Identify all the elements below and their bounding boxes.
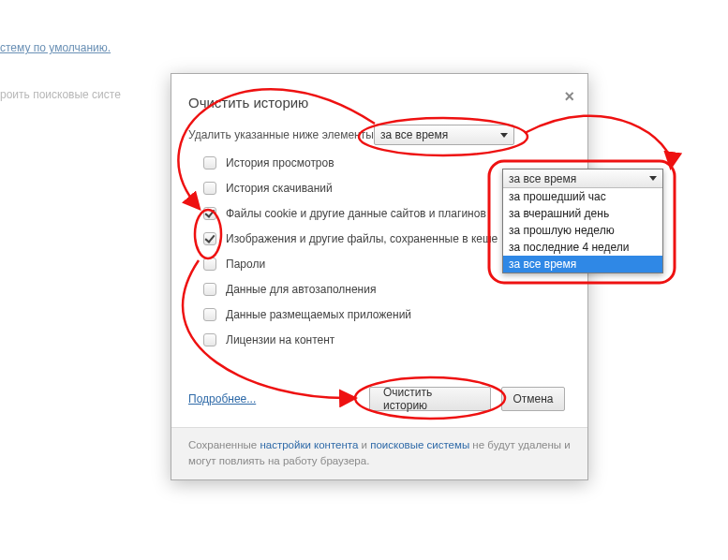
clear-history-dialog: Очистить историю × Удалить указанные ниж…	[171, 73, 588, 480]
checkbox[interactable]	[203, 308, 216, 321]
option-label: История просмотров	[226, 156, 334, 169]
clear-history-button[interactable]: Очистить историю	[369, 387, 491, 411]
dialog-title: Очистить историю	[188, 95, 308, 111]
option-label: Данные размещаемых приложений	[226, 308, 411, 321]
more-link[interactable]: Подробнее...	[188, 392, 256, 405]
footer-link-content-settings[interactable]: настройки контента	[260, 439, 358, 450]
dropdown-item-past-4-weeks[interactable]: за последние 4 недели	[503, 239, 662, 256]
button-label: Отмена	[513, 392, 553, 405]
option-browsing-history[interactable]: История просмотров	[203, 156, 571, 169]
dialog-footer: Сохраненные настройки контента и поисков…	[171, 427, 587, 479]
checkbox[interactable]	[203, 232, 216, 245]
option-label: История скачиваний	[226, 182, 333, 195]
option-label: Изображения и другие файлы, сохраненные …	[226, 232, 498, 245]
dropdown-item-all-time[interactable]: за все время	[503, 256, 662, 273]
option-label: Лицензии на контент	[226, 333, 334, 346]
dropdown-item-past-week[interactable]: за прошлую неделю	[503, 222, 662, 239]
bg-text-search-engines: роить поисковые систе	[0, 88, 121, 101]
footer-link-search-engines[interactable]: поисковые системы	[370, 439, 469, 450]
checkbox[interactable]	[203, 283, 216, 296]
option-hosted-app-data[interactable]: Данные размещаемых приложений	[203, 308, 571, 321]
option-label: Данные для автозаполнения	[226, 283, 376, 296]
prompt-label: Удалить указанные ниже элементы	[188, 128, 374, 141]
dropdown-selected[interactable]: за все время	[503, 169, 662, 188]
option-label: Файлы cookie и другие данные сайтов и пл…	[226, 207, 486, 220]
chevron-down-icon	[500, 133, 508, 138]
dropdown-item-past-hour[interactable]: за прошедший час	[503, 188, 662, 205]
footer-text: Сохраненные	[188, 439, 260, 450]
option-label: Пароли	[226, 258, 265, 271]
checkbox[interactable]	[203, 258, 216, 271]
close-icon[interactable]: ×	[564, 87, 574, 107]
bg-link-default-system[interactable]: стему по умолчанию.	[0, 41, 111, 54]
checkbox[interactable]	[203, 333, 216, 346]
option-content-licenses[interactable]: Лицензии на контент	[203, 333, 571, 346]
checkbox[interactable]	[203, 207, 216, 220]
time-range-dropdown-expanded: за все время за прошедший час за вчерашн…	[502, 169, 663, 273]
time-range-select[interactable]: за все время	[374, 125, 514, 145]
checkbox[interactable]	[203, 156, 216, 169]
footer-text: и	[358, 439, 370, 450]
chevron-down-icon	[649, 176, 657, 181]
checkbox[interactable]	[203, 182, 216, 195]
dropdown-item-yesterday[interactable]: за вчерашний день	[503, 205, 662, 222]
cancel-button[interactable]: Отмена	[501, 387, 565, 411]
button-label: Очистить историю	[383, 386, 477, 412]
dropdown-selected-label: за все время	[509, 172, 576, 185]
time-range-value: за все время	[380, 128, 448, 141]
option-autofill[interactable]: Данные для автозаполнения	[203, 283, 571, 296]
